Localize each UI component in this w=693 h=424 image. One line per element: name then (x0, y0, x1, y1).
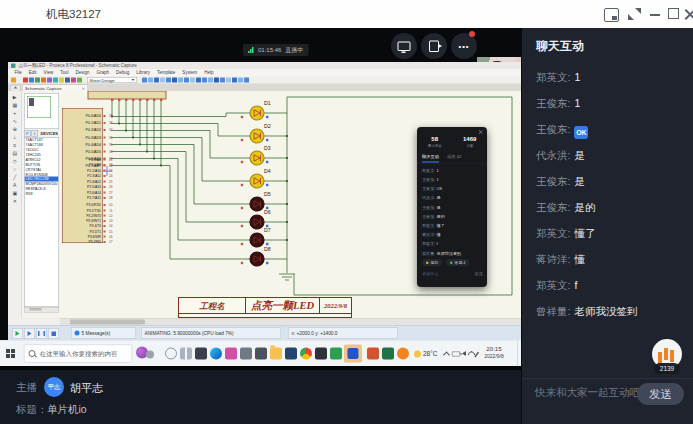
send-button[interactable]: 发送 (637, 383, 684, 405)
tool-icon[interactable]: ▶ (13, 93, 17, 101)
tool-icon[interactable]: ∿ (13, 117, 17, 125)
sim-step-button[interactable] (24, 328, 35, 339)
app-icon-dark[interactable] (195, 348, 207, 360)
mini-tab[interactable]: 聊天互动 (422, 154, 439, 163)
open-external-button[interactable] (421, 33, 447, 59)
tool-icon[interactable]: A (13, 181, 16, 189)
toolbar-icon[interactable] (142, 77, 147, 82)
action-pill[interactable]: 签到 (422, 259, 442, 266)
toolbar-icon[interactable] (244, 77, 249, 82)
mini-tab[interactable]: 成员 42 (447, 154, 461, 163)
more-button[interactable]: ••• (451, 33, 477, 59)
mini-chat-input-row[interactable]: 说点什么 发送 (422, 271, 483, 277)
sim-play-button[interactable] (12, 328, 23, 339)
toolbar-icon[interactable] (220, 77, 225, 82)
taskbar-clock[interactable]: 20:15 2022/9/8 (479, 345, 509, 359)
sheet-selector[interactable]: Sheet Design (87, 77, 137, 83)
sim-pause-button[interactable] (36, 328, 47, 339)
toolbar-icon[interactable] (35, 77, 40, 82)
pick-button[interactable]: P (24, 130, 30, 137)
photos-icon[interactable] (225, 348, 237, 360)
tool-icon[interactable]: ✕ (13, 197, 17, 205)
tab-close-icon[interactable]: ✕ (82, 86, 85, 91)
toolbar-icon[interactable] (59, 77, 64, 82)
tool-icon[interactable]: ○ (13, 165, 16, 173)
speaker-icon[interactable] (462, 351, 466, 356)
toolbar-icon[interactable] (17, 77, 22, 82)
action-pill[interactable]: 答题 4 (446, 259, 469, 266)
toolbar-icon[interactable] (202, 77, 207, 82)
camera-icon[interactable] (255, 348, 267, 360)
toolbar-icon[interactable] (154, 77, 159, 82)
toolbar-icon[interactable] (184, 77, 189, 82)
tool-icon[interactable]: ╱ (13, 173, 16, 181)
menu-item[interactable]: System (179, 70, 201, 75)
tool-icon[interactable]: ▦ (12, 101, 17, 109)
menu-item[interactable]: Tool (57, 70, 72, 75)
message-counter[interactable]: 5 Message(s) (71, 328, 136, 339)
mini-send-button[interactable]: 发送 (475, 271, 483, 277)
tool-icon[interactable]: ◇ (13, 157, 17, 165)
library-button[interactable]: L (31, 130, 37, 137)
photoshop-icon[interactable] (285, 348, 297, 360)
toolbar-icon[interactable] (23, 77, 28, 82)
app-icon-green[interactable] (330, 348, 342, 360)
mini-window-icon[interactable] (604, 8, 619, 22)
menu-item[interactable]: Graph (93, 70, 113, 75)
menu-item[interactable]: Library (133, 70, 154, 75)
tool-icon[interactable]: ≡ (13, 141, 16, 149)
menu-item[interactable]: Edit (25, 70, 40, 75)
chrome-icon[interactable] (300, 348, 312, 360)
toolbar-icon[interactable] (214, 77, 219, 82)
tool-icon[interactable]: ⊕ (13, 125, 17, 133)
toolbar-icon[interactable] (41, 77, 46, 82)
host-avatar[interactable]: 平志 (44, 377, 64, 397)
tool-icon[interactable]: + (13, 109, 16, 117)
screen-share-button[interactable] (391, 33, 417, 59)
toolbar-icon[interactable] (178, 77, 183, 82)
minimize-icon[interactable] (650, 14, 660, 16)
toolbar-icon[interactable] (11, 77, 16, 82)
toolbar-icon[interactable] (47, 77, 52, 82)
powerpoint-icon[interactable] (367, 348, 379, 360)
excel-icon[interactable] (382, 348, 394, 360)
menu-item[interactable]: File (11, 70, 25, 75)
menu-item[interactable]: Debug (112, 70, 132, 75)
app-icon-star[interactable] (315, 348, 327, 360)
toolbar-icon[interactable] (71, 77, 76, 82)
mcu-chip[interactable]: P0.0/AD039P0.1/AD138P0.2/AD237P0.3/AD336… (62, 108, 103, 243)
toolbar-icon[interactable] (77, 77, 82, 82)
cortana-icon[interactable] (165, 348, 177, 360)
menu-item[interactable]: View (40, 70, 57, 75)
edge-icon[interactable] (210, 348, 222, 360)
toolbar-icon[interactable] (29, 77, 34, 82)
close-icon[interactable] (684, 8, 693, 20)
schematic-canvas[interactable]: D1 D2 D3 D4 D5 D6 D7 D8 P0.0/AD039P0.1/A… (60, 91, 521, 318)
toolbar-icon[interactable] (65, 77, 70, 82)
app-icon-orange[interactable] (397, 348, 409, 360)
toolbar-icon[interactable] (53, 77, 58, 82)
device-item[interactable]: RX8 (25, 191, 59, 196)
toolbar-icon[interactable] (232, 77, 237, 82)
start-button[interactable] (6, 349, 10, 353)
close-icon[interactable] (479, 130, 483, 134)
task-view-icon[interactable] (180, 348, 192, 360)
mini-input-placeholder[interactable]: 说点什么 (422, 271, 438, 277)
toolbar-icon[interactable] (160, 77, 165, 82)
calculator-icon[interactable] (240, 348, 252, 360)
menu-item[interactable]: Help (201, 70, 217, 75)
tray-expand-icon[interactable] (443, 351, 450, 358)
toolbar-icon[interactable] (196, 77, 201, 82)
like-counter-badge[interactable]: 2139 (650, 339, 684, 375)
taskbar-search[interactable]: 在这里输入你要搜索的内容 (24, 345, 132, 363)
toolbar-icon[interactable] (166, 77, 171, 82)
device-list-scrollbar[interactable] (24, 307, 59, 313)
file-explorer-icon[interactable] (270, 348, 282, 360)
toolbar-icon[interactable] (190, 77, 195, 82)
maximize-icon[interactable] (668, 8, 679, 19)
sim-stop-button[interactable] (48, 328, 59, 339)
toolbar-icon[interactable] (208, 77, 213, 82)
toolbar-icon[interactable] (148, 77, 153, 82)
chat-input[interactable]: 快来和大家一起互动吧 (535, 386, 640, 400)
menu-item[interactable]: Template (153, 70, 178, 75)
